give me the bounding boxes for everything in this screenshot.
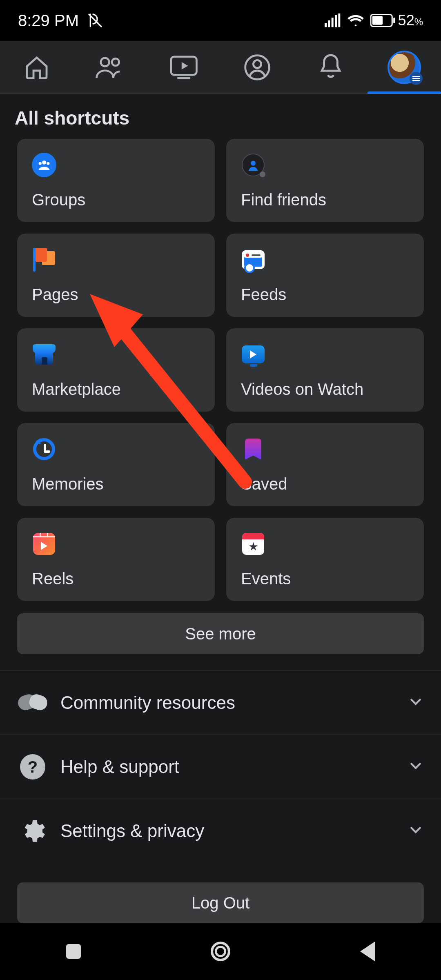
tile-saved[interactable]: Saved (226, 423, 424, 506)
feeds-icon (242, 250, 265, 269)
nav-active-underline (368, 91, 441, 94)
row-community[interactable]: Community resources (0, 671, 441, 735)
events-icon: ★ (242, 533, 264, 555)
expandable-rows: Community resources ? Help & support Set… (0, 670, 441, 863)
status-bar: 8:29 PM 52% (0, 0, 441, 41)
svg-rect-7 (393, 18, 395, 23)
nav-menu[interactable] (386, 49, 423, 86)
gear-icon (18, 816, 47, 846)
svg-point-12 (253, 60, 261, 68)
svg-point-13 (42, 160, 46, 165)
svg-rect-6 (372, 16, 382, 24)
tile-label: Find friends (241, 191, 409, 209)
top-nav (0, 41, 441, 94)
tile-label: Groups (32, 191, 200, 209)
logout-button[interactable]: Log Out (17, 882, 424, 923)
tile-label: Events (241, 570, 409, 588)
chevron-down-icon (408, 693, 423, 713)
nav-profile[interactable] (239, 49, 276, 86)
tile-find-friends[interactable]: Find friends (226, 139, 424, 222)
nav-friends[interactable] (92, 49, 129, 86)
svg-point-9 (112, 58, 119, 65)
nav-notifications[interactable] (312, 49, 349, 86)
svg-rect-2 (331, 18, 333, 27)
wifi-icon (347, 13, 365, 28)
mute-icon (86, 11, 104, 29)
saved-icon (245, 439, 261, 460)
battery-icon: 52% (370, 12, 423, 29)
svg-rect-0 (325, 23, 327, 27)
handshake-icon (18, 688, 47, 717)
system-nav-bar (0, 923, 441, 980)
chevron-down-icon (408, 757, 423, 777)
nav-home[interactable] (18, 49, 55, 86)
sys-back-button[interactable] (343, 927, 392, 976)
row-label: Settings & privacy (60, 821, 395, 841)
svg-point-14 (39, 162, 42, 165)
marketplace-icon (33, 344, 56, 365)
tile-videos[interactable]: Videos on Watch (226, 328, 424, 412)
row-settings[interactable]: Settings & privacy (0, 799, 441, 863)
tile-label: Memories (32, 475, 200, 493)
svg-rect-4 (338, 13, 340, 27)
tile-label: Videos on Watch (241, 380, 409, 399)
tile-label: Pages (32, 285, 200, 304)
status-clock: 8:29 PM (18, 11, 79, 30)
hamburger-badge-icon (410, 72, 423, 85)
chevron-down-icon (408, 821, 423, 841)
section-title: All shortcuts (0, 94, 441, 139)
svg-point-15 (47, 162, 49, 165)
battery-percent: 52 (398, 12, 414, 29)
tile-feeds[interactable]: Feeds (226, 234, 424, 317)
videos-icon (242, 345, 265, 363)
tile-events[interactable]: ★ Events (226, 518, 424, 601)
nav-watch[interactable] (165, 49, 202, 86)
tile-groups[interactable]: Groups (17, 139, 215, 222)
svg-point-8 (101, 58, 109, 66)
sys-home-button[interactable] (196, 927, 245, 976)
see-more-button[interactable]: See more (17, 613, 424, 654)
tile-marketplace[interactable]: Marketplace (17, 328, 215, 412)
signal-icon (325, 13, 341, 27)
svg-point-16 (251, 161, 256, 166)
svg-rect-3 (335, 15, 337, 27)
svg-rect-1 (328, 20, 330, 27)
tile-reels[interactable]: Reels (17, 518, 215, 601)
row-label: Help & support (60, 757, 395, 777)
shortcut-grid: Groups Find friends Pages Feeds Marketpl… (0, 139, 441, 601)
row-help[interactable]: ? Help & support (0, 735, 441, 799)
tile-label: Saved (241, 475, 409, 493)
reels-icon (33, 533, 55, 555)
tile-label: Feeds (241, 285, 409, 304)
tile-pages[interactable]: Pages (17, 234, 215, 317)
battery-suffix: % (414, 16, 423, 27)
groups-icon (32, 153, 56, 177)
tile-label: Marketplace (32, 380, 200, 399)
help-icon: ? (18, 752, 47, 782)
pages-icon (33, 249, 55, 270)
find-friends-icon (242, 154, 265, 176)
tile-label: Reels (32, 570, 200, 588)
memories-icon (33, 438, 55, 460)
sys-recents-button[interactable] (49, 927, 98, 976)
avatar-icon (388, 51, 421, 84)
row-label: Community resources (60, 693, 395, 713)
tile-memories[interactable]: Memories (17, 423, 215, 506)
